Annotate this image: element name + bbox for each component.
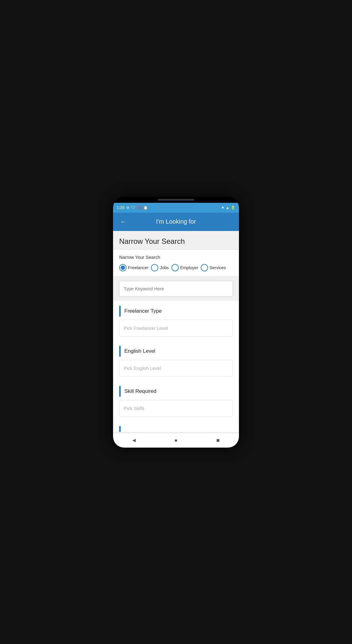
partial-accent — [119, 426, 121, 432]
filter-block-skill-required: Skill Required Pick Skills — [119, 381, 233, 421]
filter-accent-skill — [119, 386, 121, 397]
filter-block-english-level: English Level Pick English Level — [119, 341, 233, 381]
back-button[interactable]: ← — [118, 216, 129, 227]
keyword-input-wrap — [113, 277, 239, 301]
nav-back-button[interactable]: ◄ — [129, 435, 140, 446]
battery-icon: 🔋 — [231, 206, 235, 210]
filter-label-row-freelancer-type: Freelancer Type — [119, 306, 233, 317]
nav-recent-button[interactable]: ■ — [212, 435, 223, 446]
nav-home-icon: ● — [174, 437, 178, 444]
phone-frame: 1:28 ⚙ 🛡 🚫 📋 ▼ ▲ 🔋 ← I'm Looking for Nar… — [113, 197, 239, 448]
radio-circle-jobs — [151, 264, 158, 271]
radio-option-jobs[interactable]: Jobs — [151, 264, 169, 271]
filter-accent-freelancer — [119, 306, 121, 317]
search-section: Narrow Your Search Freelancer Jobs — [113, 250, 239, 277]
section-title: Narrow Your Search — [119, 237, 185, 245]
filter-label-skill-required: Skill Required — [124, 388, 156, 394]
radio-circle-freelancer — [119, 264, 127, 271]
radio-option-employer[interactable]: Employer — [171, 264, 198, 271]
skills-dropdown[interactable]: Pick Skills — [119, 400, 233, 417]
filter-block-freelancer-type: Freelancer Type Pick Freelancer Level — [119, 301, 233, 341]
radio-inner-freelancer — [121, 266, 125, 270]
bottom-nav: ◄ ● ■ — [113, 433, 239, 448]
partial-section-indicator — [119, 421, 233, 432]
section-header: Narrow Your Search — [113, 231, 239, 250]
english-level-dropdown[interactable]: Pick English Level — [119, 360, 233, 377]
freelancer-level-dropdown[interactable]: Pick Freelancer Level — [119, 320, 233, 337]
nav-back-icon: ◄ — [131, 437, 137, 444]
nav-home-button[interactable]: ● — [170, 435, 182, 446]
keyword-input[interactable] — [119, 281, 233, 296]
app-title: I'm Looking for — [156, 218, 196, 225]
filter-section: Freelancer Type Pick Freelancer Level En… — [113, 301, 239, 432]
status-right: ▼ ▲ 🔋 — [221, 206, 235, 210]
signal-icon: ▲ — [226, 206, 229, 210]
clipboard-icon: 📋 — [143, 206, 148, 210]
radio-option-freelancer[interactable]: Freelancer — [119, 264, 148, 271]
radio-label-jobs: Jobs — [160, 265, 169, 270]
search-label: Narrow Your Search — [119, 255, 233, 260]
app-bar: ← I'm Looking for — [113, 213, 239, 231]
status-bar: 1:28 ⚙ 🛡 🚫 📋 ▼ ▲ 🔋 — [113, 203, 239, 213]
shield-icon: 🛡 — [131, 206, 135, 210]
filter-label-row-skill-required: Skill Required — [119, 386, 233, 397]
nav-recent-icon: ■ — [216, 437, 220, 444]
radio-circle-employer — [171, 264, 179, 271]
block-icon: 🚫 — [137, 206, 141, 210]
radio-circle-services — [201, 264, 208, 271]
settings-icon: ⚙ — [126, 206, 130, 210]
radio-label-freelancer: Freelancer — [128, 265, 148, 270]
radio-label-employer: Employer — [180, 265, 198, 270]
notch-indicator — [158, 199, 194, 201]
time-display: 1:28 — [117, 205, 124, 210]
filter-label-row-english-level: English Level — [119, 346, 233, 357]
filter-label-english-level: English Level — [124, 348, 155, 354]
radio-label-services: Services — [210, 265, 226, 270]
wifi-icon: ▼ — [221, 206, 225, 210]
back-arrow-icon: ← — [120, 218, 127, 226]
filter-label-freelancer-type: Freelancer Type — [124, 308, 162, 314]
radio-group: Freelancer Jobs Employer Services — [119, 264, 233, 271]
status-left: 1:28 ⚙ 🛡 🚫 📋 — [117, 205, 148, 210]
screen-content: Narrow Your Search Narrow Your Search Fr… — [113, 231, 239, 433]
phone-notch — [113, 197, 239, 203]
radio-option-services[interactable]: Services — [201, 264, 226, 271]
filter-accent-english — [119, 346, 121, 357]
